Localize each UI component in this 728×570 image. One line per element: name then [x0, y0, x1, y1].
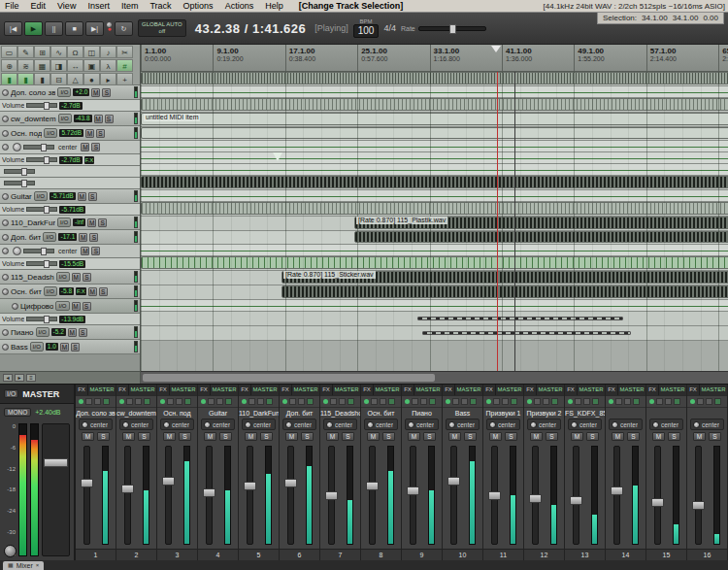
strip-fader[interactable] — [287, 446, 294, 545]
strip-master-send-button[interactable]: MASTER — [292, 385, 319, 395]
audio-item[interactable] — [354, 231, 728, 243]
strip-fader-cap[interactable] — [121, 485, 134, 493]
record-arm-button[interactable] — [2, 274, 9, 281]
play-button[interactable]: ▶ — [24, 21, 43, 36]
strip-fx-button[interactable]: FX — [280, 385, 292, 395]
strip-master-send-button[interactable]: MASTER — [211, 385, 238, 395]
mute-button[interactable]: M — [81, 247, 89, 255]
envelope-lane[interactable] — [141, 190, 728, 202]
track-panel[interactable]: 115_Deadsh I/O M S — [0, 270, 140, 285]
env-icon[interactable] — [257, 398, 264, 405]
strip-master-send-button[interactable]: MASTER — [537, 385, 564, 395]
record-arm-button[interactable] — [2, 344, 9, 351]
fx-button[interactable]: F.X — [76, 287, 86, 295]
strip-fader[interactable] — [613, 446, 620, 545]
track-panel[interactable]: Guitar I/O -5.71dB M S — [0, 189, 140, 204]
io-button[interactable]: I/O — [56, 272, 70, 282]
strip-mute-button[interactable]: M — [489, 432, 502, 441]
strip-master-send-button[interactable]: MASTER — [88, 385, 116, 395]
strip-solo-button[interactable]: S — [668, 432, 680, 441]
strip-pan-control[interactable]: center — [649, 419, 683, 430]
io-button[interactable]: I/O — [58, 114, 72, 123]
strip-fx-button[interactable]: FX — [157, 385, 170, 395]
tool-icon[interactable]: ▸ — [100, 73, 116, 85]
phase-icon[interactable] — [470, 398, 477, 405]
phase-icon[interactable] — [674, 398, 680, 405]
pan-knob[interactable] — [13, 143, 21, 151]
strip-fader-cap[interactable] — [284, 479, 297, 487]
record-arm-button[interactable] — [2, 248, 9, 254]
menu-edit[interactable]: Edit — [29, 1, 49, 11]
strip-fader[interactable] — [654, 446, 661, 545]
record-arm-button[interactable] — [2, 144, 9, 151]
envelope-lane[interactable] — [141, 245, 728, 256]
volume-slider[interactable] — [23, 249, 54, 253]
strip-solo-button[interactable]: S — [219, 432, 232, 441]
strip-fx-button[interactable]: FX — [361, 385, 374, 395]
record-arm-button[interactable] — [2, 288, 9, 295]
solo-button[interactable]: S — [99, 287, 108, 296]
strip-fx-button[interactable]: FX — [646, 385, 659, 395]
io-icon[interactable] — [452, 398, 459, 405]
strip-fx-button[interactable]: FX — [483, 385, 496, 395]
envelope-point[interactable] — [273, 152, 282, 161]
strip-pan-control[interactable]: center — [119, 419, 153, 430]
tool-icon[interactable]: + — [116, 73, 133, 85]
strip-fader-cap[interactable] — [81, 479, 93, 487]
track-panel[interactable]: Доп. бит I/O -17.1 M S — [0, 230, 140, 245]
strip-fx-button[interactable]: FX — [320, 385, 333, 395]
rate-slider-thumb[interactable] — [449, 24, 456, 34]
track-panel[interactable]: Volume -2.7dB F.X — [0, 154, 140, 166]
env-icon[interactable] — [176, 398, 182, 405]
menu-track[interactable]: Track — [148, 1, 173, 11]
strip-mute-button[interactable]: M — [326, 432, 339, 441]
phase-icon[interactable] — [592, 398, 599, 405]
volume-slider[interactable] — [4, 169, 35, 174]
master-fader-cap[interactable] — [44, 458, 68, 467]
strip-mute-button[interactable]: M — [408, 432, 420, 441]
tool-icon[interactable]: Ω — [67, 46, 83, 58]
strip-fader[interactable] — [532, 446, 539, 545]
tcp-scroll-left-button[interactable]: ◂ — [3, 374, 13, 382]
track-panel[interactable]: Осн. бит I/O -5.8 F.X M S — [0, 285, 140, 299]
mute-button[interactable]: M — [94, 115, 103, 123]
rate-slider[interactable] — [418, 26, 486, 31]
strip-master-send-button[interactable]: MASTER — [700, 385, 727, 395]
volume-slider[interactable] — [26, 261, 57, 266]
strip-fx-button[interactable]: FX — [76, 385, 88, 395]
io-button[interactable]: I/O — [34, 191, 48, 201]
strip-fader-cap[interactable] — [651, 498, 664, 507]
audio-item[interactable] — [417, 317, 623, 320]
strip-solo-button[interactable]: S — [464, 432, 477, 441]
tool-icon[interactable]: ▮ — [1, 73, 17, 85]
strip-pan-control[interactable]: center — [323, 419, 357, 430]
strip-pan-control[interactable]: center — [527, 419, 561, 430]
fx-button[interactable]: F.X — [84, 156, 95, 164]
tool-icon[interactable]: ▮ — [34, 73, 50, 85]
selection-info[interactable]: Selection: 34.1.00 34.1.00 0.00 — [597, 13, 724, 24]
strip-pan-control[interactable]: center — [446, 419, 480, 430]
strip-fx-button[interactable]: FX — [443, 385, 455, 395]
record-arm-button[interactable] — [2, 130, 9, 137]
tool-icon[interactable]: ⊞ — [34, 46, 50, 58]
audio-item[interactable] — [422, 331, 631, 335]
io-icon[interactable] — [330, 398, 337, 405]
time-signature[interactable]: 4/4 — [383, 23, 396, 33]
track-panel[interactable]: cw_downtem I/O -43.8 M S — [0, 112, 140, 126]
phase-icon[interactable] — [429, 398, 436, 405]
io-button[interactable]: I/O — [57, 87, 71, 97]
tool-icon[interactable]: △ — [67, 73, 83, 85]
tool-icon[interactable]: ● — [83, 73, 100, 85]
strip-fader[interactable] — [695, 446, 702, 545]
global-automation-button[interactable]: GLOBAL AUTO off — [138, 19, 186, 37]
io-icon[interactable] — [371, 398, 378, 405]
env-icon[interactable] — [298, 398, 305, 405]
strip-pan-control[interactable]: center — [568, 419, 602, 430]
bpm-value[interactable]: 100 — [353, 24, 380, 38]
tcp-scroll-right-button[interactable]: ▸ — [15, 374, 24, 382]
phase-icon[interactable] — [144, 398, 150, 405]
env-icon[interactable] — [583, 398, 590, 405]
io-button[interactable]: I/O — [43, 232, 56, 242]
phase-icon[interactable] — [388, 398, 395, 405]
strip-mute-button[interactable]: M — [367, 432, 380, 441]
